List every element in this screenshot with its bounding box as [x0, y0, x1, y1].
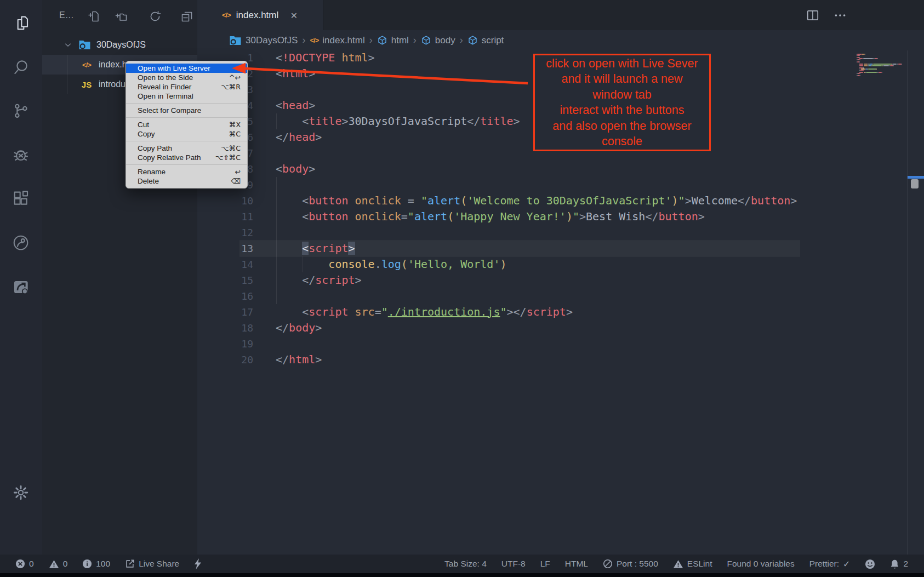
warning-icon [49, 559, 59, 569]
code-line-18[interactable]: </body> [276, 320, 322, 336]
overview-scroll-thumb[interactable] [911, 179, 919, 188]
breadcrumb-item-30daysofjs[interactable]: 30DaysOfJS [229, 35, 298, 46]
status-item-bolt[interactable] [194, 558, 202, 569]
menu-item-open-with-live-server[interactable]: Open with Live Server [126, 64, 247, 73]
indent-guide [276, 177, 277, 304]
tab-index-html[interactable]: </> index.html × [197, 0, 323, 30]
status-item-tab-size[interactable]: Tab Size: 4 [444, 559, 487, 569]
split-editor-icon[interactable] [805, 7, 821, 24]
breadcrumb-separator: › [302, 35, 305, 46]
minimap-line [865, 54, 865, 55]
minimap[interactable] [857, 54, 907, 103]
minimap-line [864, 65, 868, 66]
breadcrumb-item-script[interactable]: script [467, 35, 504, 46]
menu-item-copy-relative-path[interactable]: Copy Relative Path⌥⇧⌘C [126, 153, 247, 162]
status-item-eol[interactable]: LF [540, 559, 550, 569]
annotation-text-line: console [535, 134, 709, 150]
line-number: 14 [207, 256, 253, 272]
tree-item-30daysofjs[interactable]: 30DaysOfJS [42, 35, 197, 55]
files-icon [12, 14, 30, 32]
annotation-text-line: and it will launch a new [535, 71, 709, 87]
line-number: 15 [207, 272, 253, 288]
code-line-10[interactable]: <button onclick = "alert('Welcome to 30D… [302, 193, 797, 209]
code-line-11[interactable]: <button onclick="alert('Happy New Year!'… [302, 209, 705, 225]
status-item-feedback[interactable] [865, 559, 875, 569]
status-item-notifications[interactable]: 2 [890, 559, 908, 569]
line-number: 18 [207, 320, 253, 336]
status-item-live-share[interactable]: Live Share [125, 559, 179, 569]
minimap-line [877, 58, 878, 59]
status-item-live-server-port[interactable]: Port : 5500 [603, 559, 658, 569]
smiley-icon [865, 559, 875, 569]
code-line-13[interactable]: <script> [302, 241, 355, 256]
context-menu: Open with Live ServerOpen to the Side^↩R… [126, 61, 248, 188]
activity-bar-item-run-debug[interactable] [10, 144, 31, 165]
status-item-language-mode[interactable]: HTML [565, 559, 588, 569]
folder-icon [78, 39, 91, 50]
line-number: 10 [207, 193, 253, 209]
activity-bar-item-source-control[interactable] [10, 100, 31, 121]
status-item-warnings[interactable]: 0 [49, 559, 68, 569]
new-file-icon[interactable] [86, 9, 101, 24]
line-number: 17 [207, 304, 253, 320]
code-line-4[interactable]: <head> [276, 98, 315, 113]
minimap-line [860, 73, 860, 74]
status-item-encoding[interactable]: UTF-8 [501, 559, 526, 569]
code-line-5[interactable]: <title>30DaysOfJavaScript</title> [302, 113, 520, 129]
breadcrumb-item-body[interactable]: body [421, 35, 455, 46]
code-line-15[interactable]: </script> [302, 272, 361, 288]
status-item-eslint[interactable]: ESLint [673, 559, 712, 569]
info-icon [82, 559, 92, 569]
minimap-line [862, 54, 864, 55]
collapse-all-icon[interactable] [179, 9, 195, 24]
explorer-title: E… [59, 10, 74, 20]
menu-separator [126, 117, 247, 118]
menu-item-open-in-terminal[interactable]: Open in Terminal [126, 92, 247, 101]
refresh-icon[interactable] [147, 9, 163, 24]
eslint-warning-icon [673, 559, 683, 569]
minimap-line [863, 58, 874, 59]
menu-item-reveal-in-finder[interactable]: Reveal in Finder⌥⌘R [126, 82, 247, 92]
menu-item-delete[interactable]: Delete⌫ [126, 176, 247, 186]
code-line-1[interactable]: <!DOCTYPE html> [276, 50, 375, 66]
annotation-text-line: window tab [535, 87, 709, 103]
code-line-14[interactable]: console.log('Hello, World') [328, 256, 506, 272]
close-icon[interactable]: × [290, 9, 297, 22]
status-item-info[interactable]: 100 [82, 559, 110, 569]
status-item-prettier[interactable]: Prettier:✓ [809, 559, 851, 569]
minimap-line [902, 64, 902, 65]
code-line-20[interactable]: </html> [276, 352, 322, 368]
breadcrumb-item-html[interactable]: html [377, 35, 409, 46]
gear-icon[interactable] [10, 482, 31, 503]
menu-item-rename[interactable]: Rename↩ [126, 167, 247, 176]
code-line-2[interactable]: <html> [276, 66, 315, 82]
port-icon [603, 559, 613, 569]
status-item-variables[interactable]: Found 0 variables [727, 559, 794, 569]
tree-indent-guide [67, 55, 67, 94]
activity-bar-item-explorer[interactable] [10, 13, 31, 33]
menu-item-copy[interactable]: Copy⌘C [126, 129, 247, 139]
chevron-down-icon [63, 40, 73, 50]
menu-item-cut[interactable]: Cut⌘X [126, 120, 247, 129]
menu-item-select-for-compare[interactable]: Select for Compare [126, 106, 247, 115]
new-folder-icon[interactable] [113, 9, 129, 24]
source-control-icon [12, 102, 30, 119]
menu-item-open-to-the-side[interactable]: Open to the Side^↩ [126, 73, 247, 82]
activity-bar-item-live-share[interactable] [10, 232, 31, 253]
symbol-cube-icon [377, 35, 387, 45]
menu-item-copy-path[interactable]: Copy Path⌥⌘C [126, 144, 247, 153]
code-line-6[interactable]: </head> [276, 129, 322, 145]
debug-icon [12, 146, 30, 163]
menu-separator [126, 103, 247, 104]
minimap-line [868, 68, 876, 70]
menu-separator [126, 164, 247, 165]
more-actions-icon[interactable] [832, 7, 848, 24]
activity-bar-item-browser-preview[interactable] [10, 276, 31, 297]
activity-bar-item-extensions[interactable] [10, 188, 31, 209]
code-line-17[interactable]: <script src="./introduction.js"></script… [302, 304, 573, 320]
status-item-errors[interactable]: 0 [15, 559, 34, 569]
code-line-8[interactable]: <body> [276, 161, 315, 177]
activity-bar-item-search[interactable] [10, 56, 31, 77]
breadcrumb-item-index-html[interactable]: </>index.html [310, 35, 364, 46]
breadcrumb-separator: › [413, 35, 417, 46]
